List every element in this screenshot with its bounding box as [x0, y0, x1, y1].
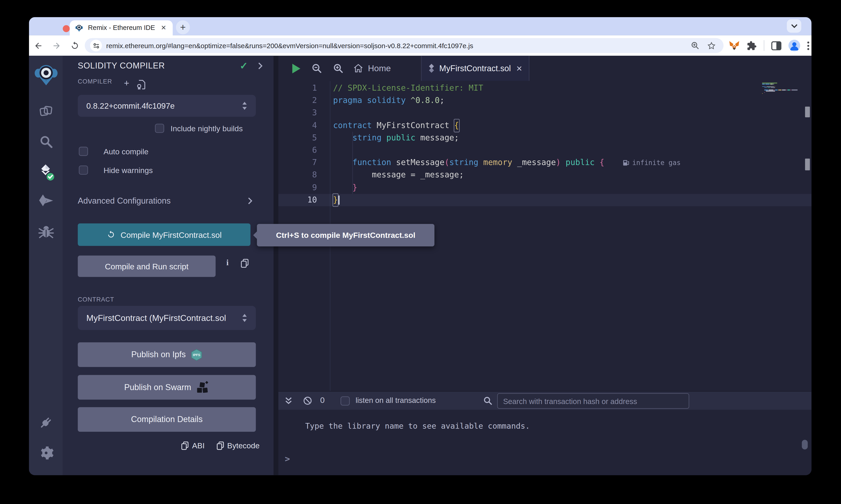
- compiler-license-icon[interactable]: [137, 80, 145, 89]
- extensions-puzzle-icon[interactable]: [746, 40, 757, 51]
- run-script-play-button[interactable]: [292, 64, 300, 73]
- auto-compile-label: Auto compile: [104, 147, 149, 156]
- forward-button[interactable]: [47, 41, 66, 50]
- hide-warnings-checkbox[interactable]: [79, 165, 88, 175]
- browser-tab[interactable]: Remix - Ethereum IDE ✕: [70, 20, 173, 35]
- line-number: 1: [278, 82, 330, 94]
- hide-warnings-label: Hide warnings: [104, 166, 153, 175]
- include-nightly-checkbox[interactable]: [155, 124, 164, 133]
- publish-ipfs-button[interactable]: Publish on Ipfs IPFS: [78, 342, 256, 367]
- url-bar[interactable]: remix.ethereum.org/#lang=en&optimize=fal…: [85, 38, 723, 53]
- editor-zoom-out-icon[interactable]: [312, 63, 323, 74]
- compile-button-label: Compile MyFirstContract.sol: [121, 230, 222, 239]
- reload-button[interactable]: [65, 41, 84, 50]
- compile-refresh-icon: [107, 230, 116, 239]
- ipfs-icon: IPFS: [191, 348, 202, 361]
- contract-select-value: MyFirstContract (MyFirstContract.sol: [86, 313, 226, 323]
- metamask-icon[interactable]: [729, 40, 740, 51]
- profile-avatar[interactable]: [788, 40, 800, 52]
- minimap-line: [762, 93, 804, 94]
- editor-overview-mark: [805, 159, 810, 170]
- advanced-chevron-icon[interactable]: [248, 197, 253, 205]
- copy-icon: [217, 442, 224, 450]
- publish-swarm-button[interactable]: Publish on Swarm: [78, 375, 256, 400]
- compile-tooltip: Ctrl+S to compile MyFirstContract.sol: [257, 224, 434, 247]
- panel-collapse-chevron-icon[interactable]: [258, 62, 263, 70]
- tab-close-icon[interactable]: ✕: [516, 64, 522, 73]
- select-spinner-icon: [242, 101, 247, 110]
- browser-menu-icon[interactable]: [807, 41, 809, 50]
- copy-bytecode-button[interactable]: Bytecode: [217, 442, 260, 450]
- browser-toolbar: remix.ethereum.org/#lang=en&optimize=fal…: [29, 35, 811, 56]
- line-number: 7: [278, 157, 330, 169]
- svg-text:IPFS: IPFS: [193, 353, 201, 357]
- transaction-search-input[interactable]: [497, 393, 689, 409]
- copy-script-icon[interactable]: [241, 259, 249, 268]
- tab-myfirstcontract[interactable]: MyFirstContract.sol ✕: [421, 56, 529, 81]
- search-icon[interactable]: [39, 134, 53, 149]
- transaction-count-badge: 0: [320, 395, 325, 404]
- minimap-line: [762, 91, 804, 92]
- debugger-icon[interactable]: [38, 224, 54, 239]
- include-nightly-label: Include nightly builds: [171, 124, 243, 133]
- terminal-scrollbar-thumb[interactable]: [802, 440, 808, 449]
- home-icon: [354, 64, 363, 73]
- settings-gear-icon[interactable]: [38, 445, 54, 461]
- side-panel-icon[interactable]: [771, 41, 782, 50]
- line-number: 6: [278, 144, 330, 156]
- gas-annotation: infinite gas: [622, 157, 681, 169]
- terminal-expand-icon[interactable]: [285, 397, 292, 405]
- deploy-run-icon[interactable]: [38, 194, 54, 208]
- tab-search-button[interactable]: [787, 19, 801, 33]
- new-tab-button[interactable]: +: [176, 20, 190, 34]
- compilation-details-button[interactable]: Compilation Details: [78, 407, 256, 432]
- back-button[interactable]: [29, 41, 47, 50]
- tab-close-icon[interactable]: ✕: [160, 24, 167, 32]
- code-lines: 1// SPDX-License-Identifier: MIT2pragma …: [278, 82, 811, 206]
- compile-and-run-button[interactable]: Compile and Run script: [78, 255, 216, 277]
- solidity-compiler-icon[interactable]: [37, 163, 55, 183]
- contract-select[interactable]: MyFirstContract (MyFirstContract.sol: [78, 306, 256, 330]
- code-line: 9 }: [278, 181, 811, 194]
- minimap-line: [762, 88, 804, 89]
- copy-abi-button[interactable]: ABI: [182, 442, 205, 450]
- plugin-manager-icon[interactable]: [38, 415, 54, 430]
- code-line: 7 function setMessage(string memory _mes…: [278, 157, 811, 169]
- advanced-configurations-toggle[interactable]: Advanced Configurations: [78, 196, 171, 206]
- editor-tabbar: Home MyFirstContract.sol ✕: [278, 56, 811, 81]
- panel-title: SOLIDITY COMPILER: [78, 61, 165, 71]
- code-line: 8 message = _message;: [278, 169, 811, 181]
- tooltip-text: Ctrl+S to compile MyFirstContract.sol: [276, 231, 415, 240]
- text-cursor: [339, 195, 340, 204]
- site-settings-icon[interactable]: [90, 40, 102, 52]
- add-compiler-icon[interactable]: +: [124, 78, 129, 89]
- terminal-output[interactable]: Type the library name to see available c…: [278, 410, 811, 475]
- editor-scrollbar-thumb[interactable]: [805, 107, 810, 117]
- remix-logo[interactable]: [34, 63, 57, 87]
- panel-resize-handle[interactable]: [274, 56, 278, 475]
- compile-success-check-icon: ✓: [240, 60, 248, 72]
- clear-console-icon[interactable]: [303, 396, 312, 406]
- home-tab-label: Home: [368, 64, 391, 73]
- info-icon[interactable]: i: [226, 258, 228, 267]
- bookmark-star-icon[interactable]: [707, 41, 716, 50]
- auto-compile-checkbox[interactable]: [79, 147, 88, 156]
- compile-button[interactable]: Compile MyFirstContract.sol: [78, 223, 251, 246]
- compile-and-run-label: Compile and Run script: [105, 262, 189, 271]
- url-text[interactable]: remix.ethereum.org/#lang=en&optimize=fal…: [106, 41, 691, 50]
- abi-label: ABI: [192, 442, 205, 450]
- compiler-version-select[interactable]: 0.8.22+commit.4fc1097e: [78, 95, 256, 116]
- tab-home[interactable]: Home: [354, 56, 391, 81]
- minimap[interactable]: [762, 83, 804, 94]
- solidity-compiler-panel: SOLIDITY COMPILER ✓ COMPILER + 0.8.22+co…: [63, 56, 274, 475]
- zoom-page-icon[interactable]: [691, 41, 700, 50]
- file-tab-label: MyFirstContract.sol: [439, 64, 511, 73]
- terminal-prompt: >: [285, 454, 290, 464]
- file-explorer-icon[interactable]: [38, 104, 53, 119]
- toolbar-divider: [764, 40, 764, 51]
- toolbar-extensions: [729, 40, 809, 52]
- close-window-button[interactable]: [63, 25, 70, 32]
- remix-app: SOLIDITY COMPILER ✓ COMPILER + 0.8.22+co…: [29, 56, 811, 475]
- listen-transactions-checkbox[interactable]: [341, 396, 350, 406]
- editor-zoom-in-icon[interactable]: [333, 63, 344, 74]
